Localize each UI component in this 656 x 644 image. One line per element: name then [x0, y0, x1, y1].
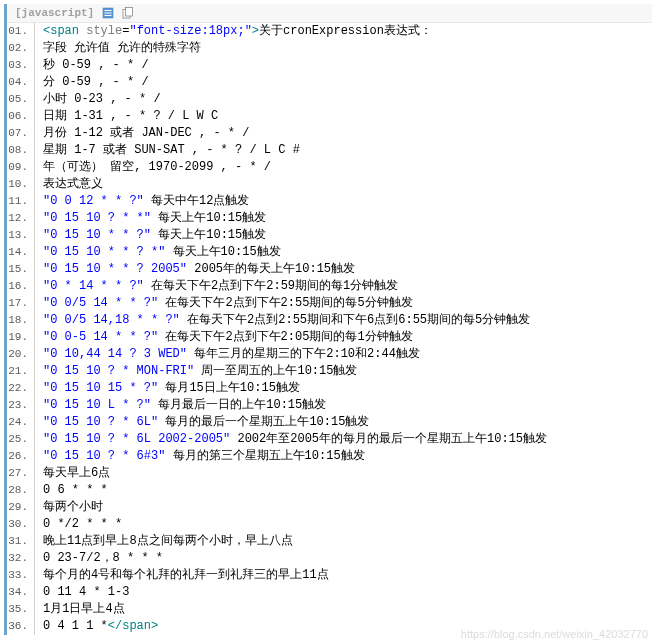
line-content: 分 0-59 , - * / — [35, 74, 652, 91]
line-content: 0 23-7/2，8 * * * — [35, 550, 652, 567]
code-token: "0 15 10 * * ?" — [43, 228, 151, 242]
code-token: </span> — [108, 619, 158, 633]
code-token: 每两个小时 — [43, 500, 103, 514]
code-token: "0 0 12 * * ?" — [43, 194, 144, 208]
line-content: 表达式意义 — [35, 176, 652, 193]
code-line: 02.字段 允许值 允许的特殊字符 — [7, 40, 652, 57]
line-content: "0 15 10 * * ? *" 每天上午10:15触发 — [35, 244, 652, 261]
line-number: 15. — [7, 261, 35, 278]
code-line: 15."0 15 10 * * ? 2005" 2005年的每天上午10:15触… — [7, 261, 652, 278]
code-token: 字段 允许值 允许的特殊字符 — [43, 41, 201, 55]
code-line: 06.日期 1-31 , - * ? / L W C — [7, 108, 652, 125]
code-line: 34.0 11 4 * 1-3 — [7, 584, 652, 601]
code-token: 每月的最后一个星期五上午10:15触发 — [158, 415, 369, 429]
code-line: 13."0 15 10 * * ?" 每天上午10:15触发 — [7, 227, 652, 244]
code-token: 每月最后一日的上午10:15触发 — [151, 398, 326, 412]
code-line: 21."0 15 10 ? * MON-FRI" 周一至周五的上午10:15触发 — [7, 363, 652, 380]
code-line: 32.0 23-7/2，8 * * * — [7, 550, 652, 567]
code-line: 17."0 0/5 14 * * ?" 在每天下午2点到下午2:55期间的每5分… — [7, 295, 652, 312]
code-line: 35.1月1日早上4点 — [7, 601, 652, 618]
line-content: 星期 1-7 或者 SUN-SAT , - * ? / L C # — [35, 142, 652, 159]
code-line: 09.年（可选） 留空, 1970-2099 , - * / — [7, 159, 652, 176]
svg-rect-5 — [126, 8, 133, 17]
line-number: 01. — [7, 23, 35, 40]
code-token: "0 10,44 14 ? 3 WED" — [43, 347, 187, 361]
code-line: 10.表达式意义 — [7, 176, 652, 193]
svg-rect-1 — [105, 10, 112, 11]
line-number: 06. — [7, 108, 35, 125]
code-token: "0 0/5 14,18 * * ?" — [43, 313, 180, 327]
code-line: 14."0 15 10 * * ? *" 每天上午10:15触发 — [7, 244, 652, 261]
code-token: 每个月的4号和每个礼拜的礼拜一到礼拜三的早上11点 — [43, 568, 329, 582]
line-content: 每个月的4号和每个礼拜的礼拜一到礼拜三的早上11点 — [35, 567, 652, 584]
line-number: 04. — [7, 74, 35, 91]
code-line: 28.0 6 * * * — [7, 482, 652, 499]
code-line: 27.每天早上6点 — [7, 465, 652, 482]
code-token: 每天上午10:15触发 — [151, 228, 266, 242]
code-token: 小时 0-23 , - * / — [43, 92, 161, 106]
line-number: 16. — [7, 278, 35, 295]
code-token: "0 * 14 * * ?" — [43, 279, 144, 293]
line-number: 14. — [7, 244, 35, 261]
code-token: 0 11 4 * 1-3 — [43, 585, 129, 599]
code-token: "0 0/5 14 * * ?" — [43, 296, 158, 310]
code-line: 31.晚上11点到早上8点之间每两个小时，早上八点 — [7, 533, 652, 550]
copy-icon[interactable] — [122, 7, 134, 19]
line-content: 字段 允许值 允许的特殊字符 — [35, 40, 652, 57]
line-content: 0 */2 * * * — [35, 516, 652, 533]
line-content: 日期 1-31 , - * ? / L W C — [35, 108, 652, 125]
code-line: 12."0 15 10 ? * *" 每天上午10:15触发 — [7, 210, 652, 227]
code-token: <span — [43, 24, 79, 38]
line-content: <span style="font-size:18px;">关于cronExpr… — [35, 23, 652, 40]
view-plain-icon[interactable] — [102, 7, 114, 19]
language-label: [javascript] — [15, 7, 94, 19]
line-content: "0 15 10 ? * MON-FRI" 周一至周五的上午10:15触发 — [35, 363, 652, 380]
line-number: 12. — [7, 210, 35, 227]
line-content: 0 6 * * * — [35, 482, 652, 499]
code-token: 每月15日上午10:15触发 — [158, 381, 300, 395]
code-line: 22."0 15 10 15 * ?" 每月15日上午10:15触发 — [7, 380, 652, 397]
line-content: "0 15 10 15 * ?" 每月15日上午10:15触发 — [35, 380, 652, 397]
line-number: 17. — [7, 295, 35, 312]
code-token: 在每天下午2点到下午2:59期间的每1分钟触发 — [144, 279, 398, 293]
line-number: 26. — [7, 448, 35, 465]
code-line: 07.月份 1-12 或者 JAN-DEC , - * / — [7, 125, 652, 142]
code-line: 11."0 0 12 * * ?" 每天中午12点触发 — [7, 193, 652, 210]
code-line: 26."0 15 10 ? * 6#3" 每月的第三个星期五上午10:15触发 — [7, 448, 652, 465]
line-content: "0 15 10 ? * 6L 2002-2005" 2002年至2005年的每… — [35, 431, 652, 448]
code-token: > — [252, 24, 259, 38]
line-content: "0 0-5 14 * * ?" 在每天下午2点到下午2:05期间的每1分钟触发 — [35, 329, 652, 346]
line-number: 31. — [7, 533, 35, 550]
line-content: 0 11 4 * 1-3 — [35, 584, 652, 601]
line-number: 19. — [7, 329, 35, 346]
code-token: 每月的第三个星期五上午10:15触发 — [165, 449, 364, 463]
code-token: style — [86, 24, 122, 38]
code-token: 月份 1-12 或者 JAN-DEC , - * / — [43, 126, 249, 140]
code-token: "font-size:18px;" — [129, 24, 251, 38]
line-number: 13. — [7, 227, 35, 244]
code-token: 1月1日早上4点 — [43, 602, 125, 616]
svg-rect-2 — [105, 13, 112, 14]
line-number: 29. — [7, 499, 35, 516]
code-line: 33.每个月的4号和每个礼拜的礼拜一到礼拜三的早上11点 — [7, 567, 652, 584]
line-number: 09. — [7, 159, 35, 176]
line-content: 1月1日早上4点 — [35, 601, 652, 618]
line-content: "0 0/5 14 * * ?" 在每天下午2点到下午2:55期间的每5分钟触发 — [35, 295, 652, 312]
code-token: 关于cronExpression表达式： — [259, 24, 432, 38]
line-content: 每天早上6点 — [35, 465, 652, 482]
line-number: 11. — [7, 193, 35, 210]
line-content: 月份 1-12 或者 JAN-DEC , - * / — [35, 125, 652, 142]
code-token: 每年三月的星期三的下午2:10和2:44触发 — [187, 347, 420, 361]
line-content: "0 15 10 ? * 6#3" 每月的第三个星期五上午10:15触发 — [35, 448, 652, 465]
line-content: 年（可选） 留空, 1970-2099 , - * / — [35, 159, 652, 176]
code-line: 30.0 */2 * * * — [7, 516, 652, 533]
line-number: 18. — [7, 312, 35, 329]
code-token: 0 */2 * * * — [43, 517, 122, 531]
line-number: 25. — [7, 431, 35, 448]
line-content: "0 0 12 * * ?" 每天中午12点触发 — [35, 193, 652, 210]
line-number: 02. — [7, 40, 35, 57]
line-content: 晚上11点到早上8点之间每两个小时，早上八点 — [35, 533, 652, 550]
line-number: 08. — [7, 142, 35, 159]
code-block: [javascript] 01.<span style="font-size:1… — [4, 4, 652, 635]
line-content: 小时 0-23 , - * / — [35, 91, 652, 108]
